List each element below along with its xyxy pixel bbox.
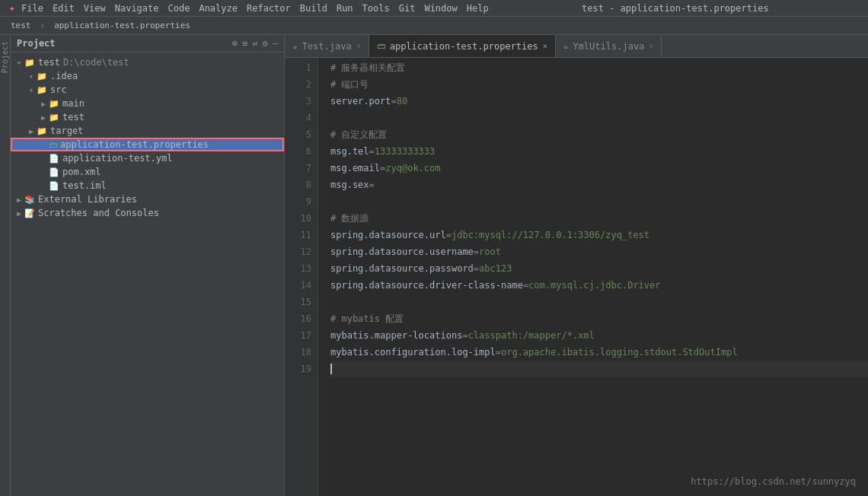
menu-item-file[interactable]: File bbox=[21, 3, 43, 14]
code-line bbox=[330, 361, 868, 377]
code-container: 12345678910111213141516171819 # 服务器相关配置#… bbox=[285, 58, 868, 496]
panel-icon-minimize[interactable]: — bbox=[273, 38, 278, 49]
tree-item-target[interactable]: ▶📁target bbox=[11, 124, 284, 138]
panel-icon-settings[interactable]: ⚙ bbox=[263, 38, 268, 49]
project-panel-title: Project bbox=[17, 38, 228, 49]
project-crumb-test[interactable]: test bbox=[5, 19, 37, 32]
code-token: spring.datasource.username bbox=[330, 243, 474, 260]
menu-item-window[interactable]: Window bbox=[424, 3, 457, 14]
menu-item-help[interactable]: Help bbox=[467, 3, 489, 14]
code-token: org.apache.ibatis.logging.stdout.StdOutI… bbox=[501, 344, 738, 361]
code-line: # 服务器相关配置 bbox=[330, 59, 868, 76]
tree-item-test[interactable]: ▶📁test bbox=[11, 110, 284, 124]
tree-item-external-libraries[interactable]: ▶📚External Libraries bbox=[11, 192, 284, 206]
tree-arrow: ▶ bbox=[14, 209, 24, 218]
code-line bbox=[330, 110, 868, 126]
panel-icon-list[interactable]: ≡ bbox=[242, 38, 247, 49]
line-number: 6 bbox=[285, 143, 311, 160]
line-numbers: 12345678910111213141516171819 bbox=[285, 58, 318, 496]
tree-file-icon: 📄 bbox=[49, 181, 59, 191]
code-line: msg.email=zyq@ok.com bbox=[330, 160, 868, 176]
tree-file-icon: 📝 bbox=[24, 208, 35, 218]
code-token: jdbc:mysql://127.0.0.1:3306/zyq_test bbox=[452, 227, 649, 243]
tree-item-label: Scratches and Consoles bbox=[38, 208, 159, 218]
tree-item-pom-xml[interactable]: 📄pom.xml bbox=[11, 165, 284, 179]
tree-arrow: ▾ bbox=[26, 72, 37, 81]
code-token: msg.tel bbox=[330, 143, 369, 160]
editor-tab-test-java[interactable]: ☕Test.java× bbox=[285, 35, 369, 57]
tab-close-button[interactable]: × bbox=[356, 42, 361, 50]
tree-file-icon: 📁 bbox=[37, 85, 47, 95]
editor-tab-ymlutils-java[interactable]: ☕YmlUtils.java× bbox=[556, 35, 662, 57]
side-project-label[interactable]: Project bbox=[1, 41, 9, 73]
code-line: # mybatis 配置 bbox=[330, 310, 868, 327]
tree-item-scratches-and-consoles[interactable]: ▶📝Scratches and Consoles bbox=[11, 206, 284, 220]
panel-icon-swap[interactable]: ⇌ bbox=[252, 38, 257, 49]
menu-item-git[interactable]: Git bbox=[399, 3, 416, 14]
code-token: = bbox=[446, 227, 452, 243]
tab-close-button[interactable]: × bbox=[649, 42, 653, 50]
line-number: 12 bbox=[285, 243, 311, 260]
line-number: 1 bbox=[285, 59, 311, 76]
tree-file-icon: 🗃 bbox=[49, 140, 57, 150]
tree-item-test-iml[interactable]: 📄test.iml bbox=[11, 179, 284, 192]
tree-file-icon: 📁 bbox=[37, 72, 47, 81]
line-number: 17 bbox=[285, 327, 311, 344]
menu-item-code[interactable]: Code bbox=[168, 3, 190, 14]
menu-item-edit[interactable]: Edit bbox=[53, 3, 75, 14]
side-strip: Project bbox=[0, 35, 11, 496]
code-line: server.port=80 bbox=[330, 93, 868, 110]
menu-item-run[interactable]: Run bbox=[337, 3, 353, 14]
tab-label: Test.java bbox=[302, 41, 352, 52]
tree-item-label: .idea bbox=[50, 71, 78, 81]
project-tab-bar: test › application-test.properties bbox=[0, 17, 868, 35]
menu-item-navigate[interactable]: Navigate bbox=[115, 3, 159, 14]
code-token: # 数据源 bbox=[330, 210, 369, 227]
tree-item-application-test-properties[interactable]: 🗃application-test.properties bbox=[11, 138, 284, 151]
code-line: spring.datasource.username=root bbox=[330, 243, 868, 260]
project-crumb-file[interactable]: application-test.properties bbox=[48, 19, 196, 32]
tree-file-icon: 📁 bbox=[24, 58, 35, 68]
code-token: = bbox=[474, 243, 479, 260]
code-line: # 端口号 bbox=[330, 76, 868, 93]
code-token: = bbox=[462, 327, 468, 344]
tree-item-label: test bbox=[62, 112, 85, 122]
panel-icon-expand[interactable]: ⊕ bbox=[232, 38, 238, 49]
code-token: # 端口号 bbox=[330, 76, 369, 93]
tab-label: application-test.properties bbox=[390, 41, 538, 52]
tree-file-icon: 📁 bbox=[49, 99, 59, 109]
code-token: zyq@ok.com bbox=[385, 160, 440, 176]
menu-bar[interactable]: FileEditViewNavigateCodeAnalyzeRefactorB… bbox=[21, 3, 489, 14]
menu-item-refactor[interactable]: Refactor bbox=[247, 3, 291, 14]
tab-label: YmlUtils.java bbox=[573, 41, 644, 52]
code-line bbox=[330, 294, 868, 310]
editor-tabs: ☕Test.java×🗃application-test.properties×… bbox=[285, 35, 868, 58]
app-logo: ✦ bbox=[6, 2, 18, 14]
line-number: 2 bbox=[285, 76, 311, 93]
menu-item-tools[interactable]: Tools bbox=[362, 3, 390, 14]
code-line: msg.tel=13333333333 bbox=[330, 143, 868, 160]
code-token: = bbox=[474, 260, 479, 277]
tree-item--idea[interactable]: ▾📁.idea bbox=[11, 69, 284, 83]
menu-item-analyze[interactable]: Analyze bbox=[199, 3, 238, 14]
tab-close-button[interactable]: × bbox=[543, 42, 547, 50]
code-token: 13333333333 bbox=[375, 143, 435, 160]
tree-item-label: External Libraries bbox=[38, 194, 137, 205]
menu-item-build[interactable]: Build bbox=[300, 3, 327, 14]
tree-item-src[interactable]: ▾📁src bbox=[11, 83, 284, 97]
tree-item-test[interactable]: ▾📁test D:\code\test bbox=[11, 56, 284, 69]
editor-tab-application-test-properties[interactable]: 🗃application-test.properties× bbox=[369, 35, 556, 57]
code-token: spring.datasource.driver-class-name bbox=[330, 277, 523, 294]
tree-item-application-test-yml[interactable]: 📄application-test.yml bbox=[11, 151, 284, 165]
tree-arrow: ▾ bbox=[26, 86, 37, 94]
title-text: test - application-test.properties bbox=[582, 3, 769, 14]
code-token: # 自定义配置 bbox=[330, 126, 387, 143]
code-token: 80 bbox=[397, 93, 407, 110]
code-content[interactable]: # 服务器相关配置# 端口号server.port=80# 自定义配置msg.t… bbox=[318, 58, 868, 496]
code-token: = bbox=[391, 93, 396, 110]
tree-arrow: ▶ bbox=[14, 196, 24, 204]
main-layout: Project Project ⊕ ≡ ⇌ ⚙ — ▾📁test D:\code… bbox=[0, 35, 868, 496]
tree-item-main[interactable]: ▶📁main bbox=[11, 97, 284, 110]
tree-item-label: application-test.yml bbox=[62, 153, 173, 164]
menu-item-view[interactable]: View bbox=[84, 3, 106, 14]
